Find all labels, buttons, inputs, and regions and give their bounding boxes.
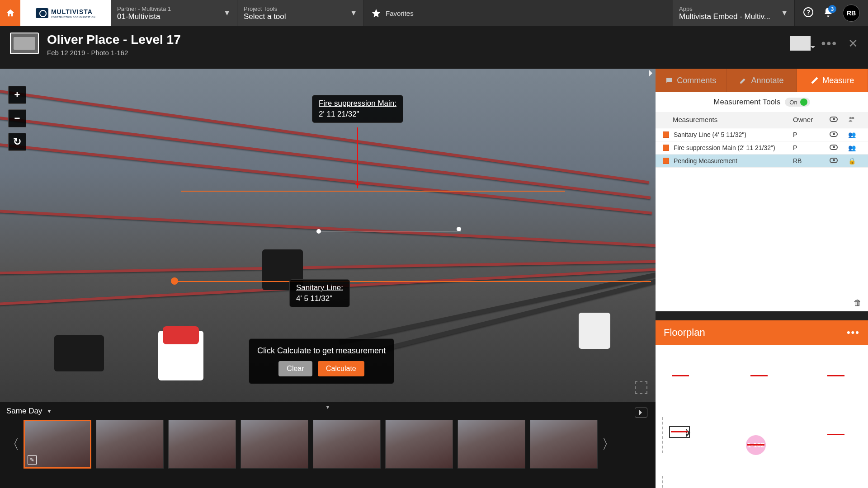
measurement-row[interactable]: Fire suppression Main (2' 11 21/32") P 👥 — [656, 141, 868, 155]
filmstrip-thumb[interactable] — [168, 420, 236, 469]
partner-value: 01-Multivista — [117, 12, 231, 21]
floorplan-current-point[interactable]: 1-162 — [746, 435, 766, 455]
play-slideshow-button[interactable] — [635, 408, 647, 418]
tab-label: Annotate — [751, 76, 783, 85]
measurement-owner: P — [793, 144, 825, 151]
tab-annotate[interactable]: Annotate — [726, 69, 797, 92]
collapse-right-panel-button[interactable] — [649, 70, 656, 77]
brand-tagline: CONSTRUCTION DOCUMENTATION — [51, 16, 95, 19]
chevron-down-icon: ▼ — [781, 9, 788, 17]
filmstrip-mode-dropdown[interactable]: Same Day — [6, 407, 42, 416]
chevron-down-icon: ▼ — [223, 9, 231, 17]
filmstrip: ▼ Same Day ▼ 〈 ✎ 〉 — [0, 402, 656, 488]
measurement-list: Sanitary Line (4' 5 11/32") P 👥 Fire sup… — [656, 128, 868, 168]
people-icon — [848, 116, 855, 123]
more-options-button[interactable]: ••• — [821, 36, 837, 51]
filmstrip-thumb[interactable] — [385, 420, 453, 469]
tools-toggle[interactable]: On — [785, 98, 810, 107]
floorplan-point[interactable]: 1-165 — [671, 428, 688, 436]
lock-icon[interactable]: 🔒 — [843, 157, 861, 164]
photo-viewer[interactable]: + − ↻ Fire suppression Main: 2' 11 21/32… — [0, 69, 656, 402]
eye-icon — [830, 117, 838, 122]
apps-value: Multivista Embed - Multiv... — [679, 12, 788, 21]
measurement-line[interactable] — [181, 191, 565, 192]
favorites-link[interactable]: Favorites — [364, 0, 421, 26]
measurement-point[interactable] — [457, 227, 461, 231]
notification-badge: 3 — [828, 5, 836, 13]
filmstrip-thumb[interactable] — [530, 420, 598, 469]
top-bar: MULTIVISTA CONSTRUCTION DOCUMENTATION Pa… — [0, 0, 868, 26]
floorplan-options-button[interactable]: ••• — [847, 327, 860, 338]
eye-icon — [830, 158, 838, 163]
partner-label: Partner - Multivista 1 — [117, 5, 231, 12]
visibility-toggle[interactable] — [825, 144, 843, 151]
tab-label: Measure — [822, 76, 854, 85]
filmstrip-thumb[interactable]: ✎ — [24, 420, 91, 469]
rotate-button[interactable]: ↻ — [8, 133, 26, 151]
calculate-button[interactable]: Calculate — [318, 361, 364, 376]
tab-comments[interactable]: Comments — [656, 69, 726, 92]
calculate-panel: Click Calculate to get measurement Clear… — [249, 338, 394, 384]
partner-dropdown[interactable]: Partner - Multivista 1 01-Multivista ▼ — [111, 0, 237, 26]
floorplan-point[interactable]: 1-152 — [827, 431, 844, 438]
floorplan-canvas[interactable]: 1-164 1-163 1-151 1-165 1-152 1-162 1-16… — [656, 345, 868, 488]
floorplan-point[interactable]: 1-151 — [827, 372, 844, 380]
filmstrip-thumb[interactable] — [96, 420, 164, 469]
object-bucket — [579, 313, 610, 349]
close-button[interactable]: ✕ — [848, 37, 858, 51]
comment-icon — [665, 76, 673, 84]
filmstrip-collapse-button[interactable]: ▼ — [325, 404, 330, 410]
measurement-tools-header: Measurement Tools On — [656, 92, 868, 112]
floorplan-header: Floorplan ••• — [656, 320, 868, 345]
clear-button[interactable]: Clear — [278, 361, 312, 376]
floorplan-wall — [662, 476, 663, 488]
filmstrip-thumb[interactable] — [313, 420, 381, 469]
edit-icon: ✎ — [28, 455, 37, 465]
callout-title: Sanitary Line: — [296, 283, 343, 292]
page-subtitle: Feb 12 2019 - Photo 1-162 — [47, 49, 181, 56]
home-button[interactable] — [0, 0, 20, 26]
user-avatar[interactable]: RB — [843, 5, 860, 22]
measurement-line[interactable] — [172, 281, 651, 282]
delete-button[interactable]: 🗑 — [854, 298, 862, 308]
zoom-in-button[interactable]: + — [8, 86, 26, 104]
notifications-button[interactable]: 3 — [823, 7, 834, 19]
measurement-line-pending[interactable] — [316, 231, 461, 231]
col-measurements: Measurements — [663, 116, 793, 124]
chevron-down-icon: ▼ — [350, 9, 357, 17]
fullscreen-button[interactable] — [635, 381, 647, 394]
object-bucket — [54, 335, 104, 371]
filmstrip-thumb[interactable] — [241, 420, 308, 469]
share-icon[interactable]: 👥 — [843, 144, 861, 151]
measurement-row[interactable]: Sanitary Line (4' 5 11/32") P 👥 — [656, 128, 868, 141]
toggle-on-icon — [800, 99, 807, 106]
measurement-row-selected[interactable]: Pending Measurement RB 🔒 — [656, 155, 868, 168]
apps-label: Apps — [679, 5, 788, 12]
zoom-out-button[interactable]: − — [8, 109, 26, 127]
eye-icon — [830, 145, 838, 150]
filmstrip-prev-button[interactable]: 〈 — [6, 419, 19, 469]
measurement-owner: P — [793, 131, 825, 138]
share-icon[interactable]: 👥 — [843, 131, 861, 138]
view-mode-selector[interactable] — [790, 36, 811, 51]
floorplan-point[interactable]: 1-164 — [672, 372, 689, 380]
visibility-toggle[interactable] — [825, 131, 843, 138]
filmstrip-thumb[interactable] — [458, 420, 525, 469]
apps-dropdown[interactable]: Apps Multivista Embed - Multiv... ▼ — [673, 0, 795, 26]
floorplan-point[interactable]: 1-163 — [750, 372, 768, 380]
tab-measure[interactable]: Measure — [797, 69, 868, 92]
pencil-icon — [739, 76, 747, 84]
filmstrip-next-button[interactable]: 〉 — [602, 419, 615, 469]
eye-icon — [830, 131, 838, 137]
floorplan-title: Floorplan — [664, 327, 705, 338]
tools-label: Project Tools — [244, 5, 357, 12]
brand-logo[interactable]: MULTIVISTA CONSTRUCTION DOCUMENTATION — [20, 0, 111, 26]
color-swatch-icon — [663, 131, 669, 138]
measurement-point[interactable] — [316, 229, 321, 234]
measurement-name: Fire suppression Main (2' 11 21/32") — [674, 144, 793, 151]
project-tools-dropdown[interactable]: Project Tools Select a tool ▼ — [237, 0, 364, 26]
help-button[interactable]: ? — [803, 7, 814, 19]
measurement-anchor[interactable] — [171, 277, 178, 285]
col-owner: Owner — [793, 116, 825, 124]
visibility-toggle[interactable] — [825, 157, 843, 164]
